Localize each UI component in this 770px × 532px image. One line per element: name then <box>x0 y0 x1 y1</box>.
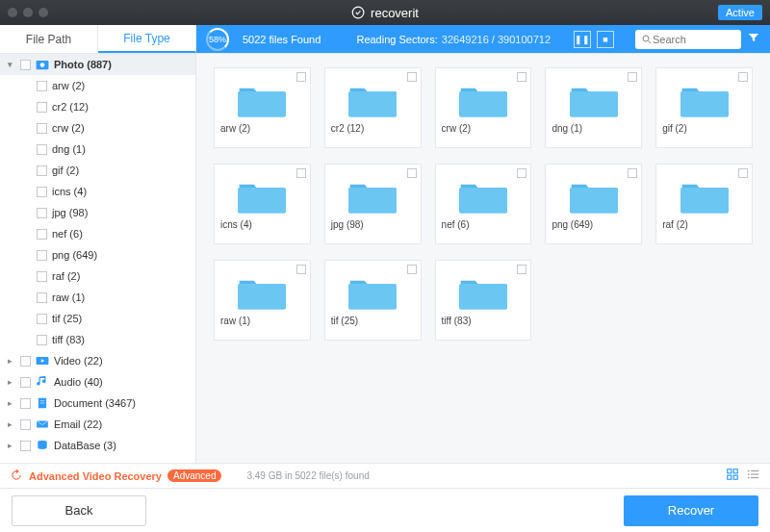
chevron-icon[interactable]: ▸ <box>8 377 15 387</box>
chevron-icon[interactable]: ▸ <box>8 441 15 450</box>
main-area: ▾Photo (887)arw (2)cr2 (12)crw (2)dng (1… <box>0 54 770 463</box>
checkbox[interactable] <box>738 72 748 82</box>
sidebar[interactable]: ▾Photo (887)arw (2)cr2 (12)crw (2)dng (1… <box>0 54 196 463</box>
sidebar-item[interactable]: jpg (98) <box>0 202 195 223</box>
checkbox[interactable] <box>37 292 47 303</box>
sidebar-tabs: File Path File Type <box>0 25 196 53</box>
pause-button[interactable]: ❚❚ <box>574 31 591 48</box>
checkbox[interactable] <box>20 441 31 451</box>
status-text: 3.49 GB in 5022 file(s) found <box>246 470 369 481</box>
folder-card[interactable]: arw (2) <box>214 67 311 148</box>
folder-card[interactable]: png (649) <box>545 164 642 244</box>
search-input[interactable] <box>653 34 730 45</box>
folder-card[interactable]: crw (2) <box>435 67 532 148</box>
checkbox[interactable] <box>37 271 47 282</box>
minimize-icon[interactable] <box>23 8 33 17</box>
checkbox[interactable] <box>296 168 306 178</box>
checkbox[interactable] <box>37 81 47 91</box>
reading-sectors: Reading Sectors: 32649216 / 390100712 <box>356 34 551 45</box>
sidebar-item[interactable]: icns (4) <box>0 181 195 202</box>
recover-button[interactable]: Recover <box>624 495 758 526</box>
folder-card[interactable]: raf (2) <box>655 164 753 244</box>
sidebar-item[interactable]: nef (6) <box>0 223 195 244</box>
list-view-icon[interactable] <box>747 468 760 484</box>
sidebar-category-document[interactable]: ▸Document (3467) <box>0 393 195 414</box>
checkbox[interactable] <box>20 377 31 388</box>
folder-card[interactable]: cr2 (12) <box>324 67 422 148</box>
sidebar-item[interactable]: raf (2) <box>0 266 195 287</box>
folder-card[interactable]: raw (1) <box>214 260 311 341</box>
folder-card[interactable]: gif (2) <box>655 67 753 148</box>
chevron-icon[interactable]: ▸ <box>8 419 15 429</box>
checkbox[interactable] <box>37 250 47 261</box>
sidebar-category-audio[interactable]: ▸Audio (40) <box>0 371 195 393</box>
folder-card[interactable]: icns (4) <box>214 164 311 244</box>
checkbox[interactable] <box>37 208 47 218</box>
stop-button[interactable]: ■ <box>597 31 614 48</box>
search-box[interactable] <box>635 30 741 49</box>
checkbox[interactable] <box>37 165 47 176</box>
svg-point-0 <box>352 7 364 18</box>
sidebar-item[interactable]: gif (2) <box>0 160 195 181</box>
checkbox[interactable] <box>738 168 748 178</box>
maximize-icon[interactable] <box>38 8 48 17</box>
close-icon[interactable] <box>8 8 17 17</box>
checkbox[interactable] <box>517 265 526 274</box>
checkbox[interactable] <box>37 187 47 197</box>
checkbox[interactable] <box>517 72 526 82</box>
grid-view-icon[interactable] <box>726 468 739 484</box>
advanced-video-recovery-link[interactable]: Advanced Video Recovery <box>29 470 162 482</box>
sidebar-item[interactable]: arw (2) <box>0 75 195 96</box>
sidebar-category-label: Video (22) <box>54 355 103 367</box>
checkbox[interactable] <box>37 229 47 240</box>
filter-icon[interactable] <box>747 31 760 47</box>
checkbox[interactable] <box>37 144 47 155</box>
sidebar-category-label: DataBase (3) <box>54 440 116 451</box>
folder-card[interactable]: jpg (98) <box>324 164 422 244</box>
svg-rect-12 <box>733 469 737 473</box>
checkbox[interactable] <box>517 168 526 178</box>
checkbox[interactable] <box>407 265 417 274</box>
chevron-icon[interactable]: ▸ <box>8 398 15 408</box>
sidebar-item[interactable]: tiff (83) <box>0 329 195 350</box>
brand-icon <box>351 6 365 19</box>
sidebar-category-database[interactable]: ▸DataBase (3) <box>0 435 195 456</box>
tab-file-path[interactable]: File Path <box>0 25 98 53</box>
tab-file-type[interactable]: File Type <box>98 25 196 53</box>
checkbox[interactable] <box>37 123 47 134</box>
refresh-icon[interactable] <box>10 469 23 484</box>
folder-card[interactable]: nef (6) <box>435 164 532 244</box>
sidebar-category-photo[interactable]: ▾Photo (887) <box>0 54 195 75</box>
sidebar-item[interactable]: tif (25) <box>0 308 195 329</box>
folder-card[interactable]: tif (25) <box>324 260 422 341</box>
grid-pane[interactable]: arw (2)cr2 (12)crw (2)dng (1)gif (2)icns… <box>196 54 770 463</box>
checkbox[interactable] <box>628 72 637 82</box>
checkbox[interactable] <box>628 168 637 178</box>
checkbox[interactable] <box>296 72 306 82</box>
checkbox[interactable] <box>20 60 31 70</box>
checkbox[interactable] <box>20 419 31 430</box>
checkbox[interactable] <box>296 265 306 274</box>
chevron-icon[interactable]: ▾ <box>8 60 15 69</box>
sidebar-category-email[interactable]: ▸Email (22) <box>0 414 195 435</box>
checkbox[interactable] <box>20 356 31 367</box>
sidebar-item[interactable]: raw (1) <box>0 287 195 308</box>
sidebar-category-video[interactable]: ▸Video (22) <box>0 350 195 371</box>
checkbox[interactable] <box>37 102 47 113</box>
checkbox[interactable] <box>20 398 31 409</box>
folder-card[interactable]: dng (1) <box>545 67 642 148</box>
checkbox[interactable] <box>37 314 47 324</box>
checkbox[interactable] <box>37 335 47 345</box>
folder-card[interactable]: tiff (83) <box>435 260 532 341</box>
sidebar-item[interactable]: crw (2) <box>0 117 195 139</box>
sidebar-item-label: dng (1) <box>52 143 86 155</box>
sidebar-item[interactable]: dng (1) <box>0 139 195 160</box>
folder-label: icns (4) <box>215 216 258 230</box>
chevron-icon[interactable]: ▸ <box>8 356 15 366</box>
sidebar-item[interactable]: png (649) <box>0 244 195 266</box>
sidebar-item[interactable]: cr2 (12) <box>0 96 195 117</box>
checkbox[interactable] <box>407 72 417 82</box>
folder-label: raf (2) <box>656 216 694 230</box>
checkbox[interactable] <box>407 168 417 178</box>
back-button[interactable]: Back <box>12 495 146 526</box>
